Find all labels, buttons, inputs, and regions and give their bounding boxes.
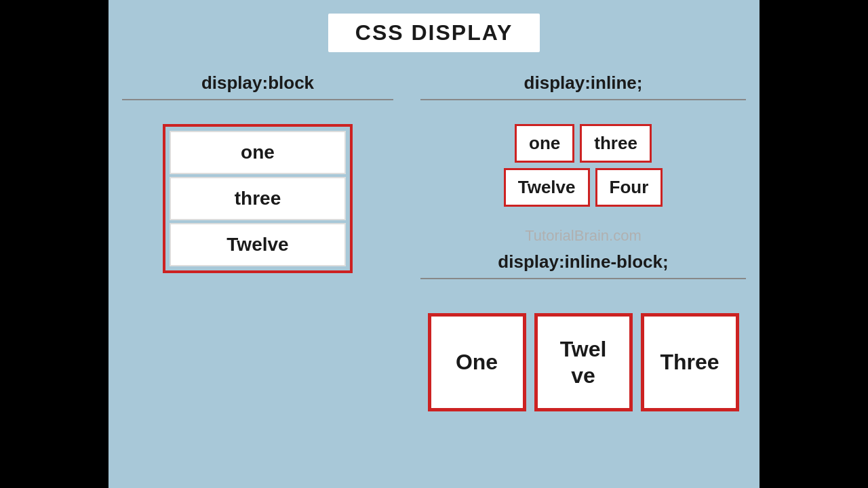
main-content: CSS DISPLAY display:block one three Twel… [108,0,760,488]
watermark: TutorialBrain.com [525,227,642,245]
columns-layout: display:block one three Twelve display:i… [108,73,760,488]
block-underline [122,99,393,100]
inline-block-section-label: display:inline-block; [498,251,668,272]
inline-item-four: Four [595,168,663,207]
inline-section-label: display:inline; [524,73,643,94]
inline-block-item-one: One [428,313,526,411]
inline-item-one: one [515,124,574,163]
title-box: CSS DISPLAY [328,14,540,52]
right-column: display:inline; one three Twelve Four Tu… [407,73,760,488]
inline-label-group: display:inline; [420,73,746,114]
inline-row1: one three [515,124,652,163]
inline-block-section: display:inline-block; One Twelve Three [420,251,746,411]
page-title: CSS DISPLAY [355,20,513,45]
inline-underline [420,99,746,100]
block-item-twelve: Twelve [170,223,346,266]
inline-row2: Twelve Four [504,168,663,207]
inline-block-label-group: display:inline-block; [420,251,746,293]
block-section-label: display:block [201,73,314,94]
inline-block-item-twelve: Twelve [534,313,633,411]
inline-item-three: three [580,124,652,163]
block-label-group: display:block [122,73,393,114]
inline-section: display:inline; one three Twelve Four [420,73,746,207]
block-item-one: one [170,131,346,174]
inline-block-underline [420,278,746,279]
block-item-three: three [170,177,346,220]
inline-block-items: One Twelve Three [428,313,739,411]
inline-block-item-three: Three [641,313,739,411]
inline-item-twelve: Twelve [504,168,590,207]
block-section: display:block one three Twelve [108,73,407,488]
block-container: one three Twelve [163,124,353,273]
